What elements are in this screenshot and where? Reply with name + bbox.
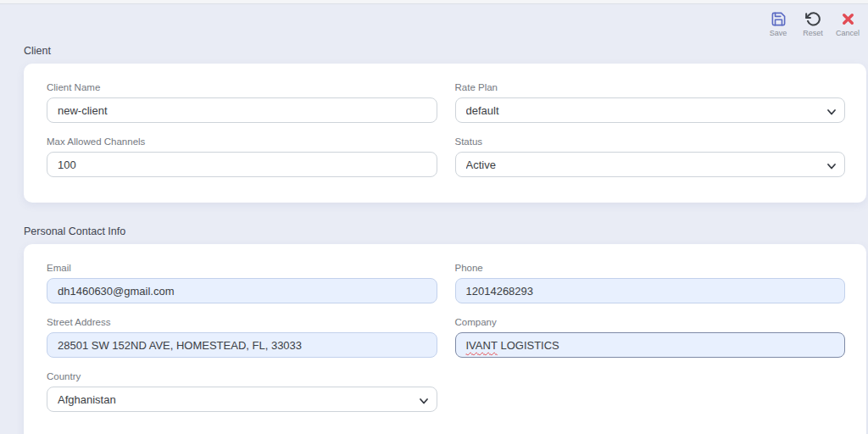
country-label: Country [47,371,437,382]
save-button[interactable]: Save [765,11,791,37]
reset-button[interactable]: Reset [800,11,826,37]
status-field: Status Active [455,136,846,177]
contact-card: Email Phone Street Address Company IVANT… [24,244,866,434]
reset-rotate-icon [805,11,821,27]
status-label: Status [455,136,846,147]
phone-field: Phone [455,263,846,303]
email-label: Email [47,263,437,274]
rate-plan-field: Rate Plan default [455,82,846,123]
max-allowed-channels-field: Max Allowed Channels [47,136,437,177]
client-name-label: Client Name [47,82,437,93]
max-allowed-channels-label: Max Allowed Channels [47,136,437,147]
client-section-title: Client [24,4,844,57]
contact-section-title: Personal Contact Info [24,203,844,237]
email-input[interactable] [47,278,437,303]
rate-plan-label: Rate Plan [455,82,846,93]
reset-button-label: Reset [803,30,823,37]
street-address-input[interactable] [47,332,437,358]
toolbar: Save Reset Cancel [765,11,860,37]
grid-spacer [455,371,846,412]
client-name-field: Client Name [47,82,437,123]
country-field: Country Afghanistan [47,371,437,412]
company-field: Company IVANT LOGISTICS [455,317,846,358]
status-select[interactable]: Active [455,152,846,177]
cancel-button[interactable]: Cancel [835,11,860,37]
rate-plan-select[interactable]: default [455,97,846,123]
save-floppy-icon [771,11,787,27]
company-misspelled-word: IVANT [466,339,498,352]
phone-input[interactable] [455,278,846,303]
company-input[interactable]: IVANT LOGISTICS [455,332,846,358]
company-rest-text: LOGISTICS [498,339,559,352]
page: Save Reset Cancel Client [0,0,868,434]
street-address-label: Street Address [47,317,437,328]
client-card: Client Name Rate Plan default Ma [24,64,866,203]
country-select[interactable]: Afghanistan [47,387,437,412]
max-allowed-channels-input[interactable] [47,152,437,177]
cancel-x-icon [840,11,856,27]
phone-label: Phone [455,263,846,274]
client-name-input[interactable] [47,97,437,123]
save-button-label: Save [770,30,787,37]
street-address-field: Street Address [47,317,437,358]
email-field: Email [47,263,437,303]
company-label: Company [455,317,846,328]
cancel-button-label: Cancel [836,30,860,37]
